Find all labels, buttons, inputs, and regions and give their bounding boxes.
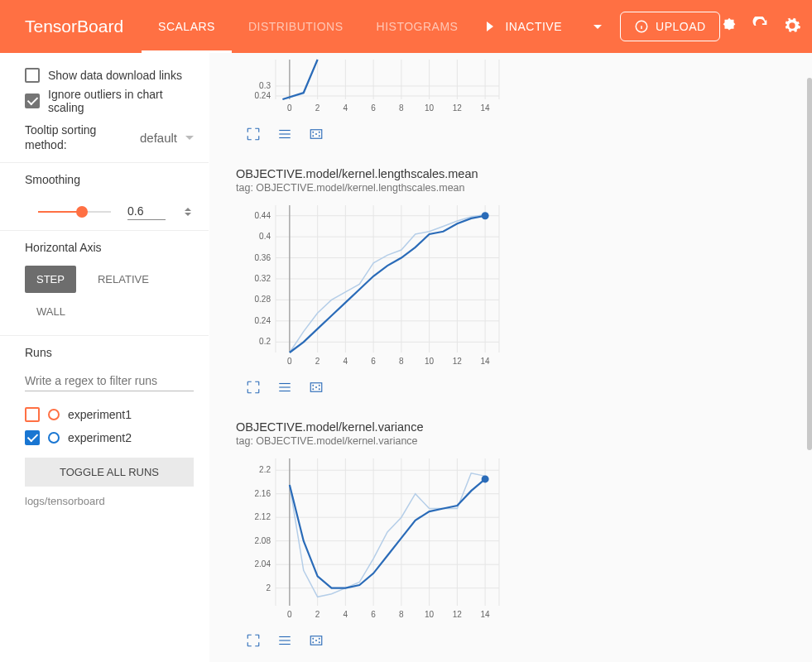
sidebar: Show data download links Ignore outliers…: [0, 53, 209, 662]
charts-container: 0.240.302468101214 OBJECTIVE.model/kerne…: [236, 53, 786, 650]
list-icon[interactable]: [276, 380, 294, 397]
ignore-outliers-checkbox[interactable]: [25, 94, 40, 108]
svg-text:10: 10: [425, 103, 435, 113]
svg-point-116: [313, 638, 314, 639]
smoothing-input[interactable]: 0.6: [127, 203, 166, 220]
fit-domain-icon[interactable]: [307, 380, 325, 397]
svg-text:0.3: 0.3: [259, 81, 271, 90]
run-name: experiment1: [68, 408, 132, 421]
svg-text:0: 0: [287, 610, 292, 619]
haxis-wall-button[interactable]: WALL: [25, 298, 77, 325]
app-logo: TensorBoard: [0, 17, 142, 36]
tab-histograms[interactable]: HISTOGRAMS: [360, 0, 475, 53]
run-checkbox[interactable]: [25, 407, 40, 422]
svg-text:0.44: 0.44: [255, 211, 271, 220]
svg-text:10: 10: [425, 357, 435, 366]
expand-icon[interactable]: [244, 127, 262, 144]
inactive-label: INACTIVE: [505, 20, 562, 33]
tab-distributions[interactable]: DISTRIBUTIONS: [232, 0, 360, 53]
brightness-icon[interactable]: [720, 17, 738, 37]
svg-text:0.2: 0.2: [259, 337, 271, 346]
svg-point-32: [313, 132, 314, 132]
svg-text:8: 8: [399, 357, 404, 366]
list-icon[interactable]: [276, 633, 294, 650]
main-content: 0.240.302468101214 OBJECTIVE.model/kerne…: [209, 53, 812, 662]
svg-point-35: [319, 136, 320, 137]
svg-point-78: [319, 389, 320, 390]
svg-text:12: 12: [453, 610, 463, 619]
svg-point-119: [319, 642, 320, 643]
svg-text:14: 14: [481, 357, 491, 366]
runs-filter-input[interactable]: [25, 371, 194, 391]
upload-button[interactable]: UPLOAD: [620, 12, 720, 41]
chart-tag: tag: OBJECTIVE.model/kernel.variance: [236, 435, 786, 447]
svg-point-36: [316, 134, 317, 135]
haxis-step-button[interactable]: STEP: [25, 266, 76, 293]
fit-domain-icon[interactable]: [307, 633, 325, 650]
svg-text:6: 6: [371, 357, 376, 366]
svg-point-76: [319, 385, 320, 386]
svg-point-118: [313, 642, 314, 643]
run-item-experiment1[interactable]: experiment1: [25, 403, 194, 426]
chart-toolbar: [244, 633, 786, 650]
gear-icon[interactable]: [783, 17, 801, 37]
run-item-experiment2[interactable]: experiment2: [25, 426, 194, 449]
svg-point-34: [313, 136, 314, 137]
expand-icon[interactable]: [244, 380, 262, 397]
toggle-all-runs-button[interactable]: TOGGLE ALL RUNS: [25, 458, 194, 487]
smoothing-slider[interactable]: [38, 211, 111, 213]
svg-text:2: 2: [266, 583, 271, 592]
svg-text:6: 6: [371, 103, 376, 113]
svg-text:0.4: 0.4: [259, 232, 271, 241]
chart-block: OBJECTIVE.model/kernel.lengthscales.mean…: [236, 167, 786, 397]
header-icons: [720, 17, 812, 37]
show-download-links-checkbox[interactable]: [25, 68, 40, 83]
svg-point-55: [482, 212, 489, 219]
logdir-label: logs/tensorboard: [25, 495, 194, 507]
chart-toolbar: [244, 127, 786, 144]
scalar-chart[interactable]: 0.240.302468101214: [236, 53, 509, 119]
svg-text:0: 0: [287, 357, 292, 366]
info-icon: [634, 19, 649, 34]
tab-scalars[interactable]: SCALARS: [142, 0, 232, 53]
svg-text:6: 6: [371, 610, 376, 619]
scalar-chart[interactable]: 22.042.082.122.162.202468101214: [236, 452, 509, 626]
svg-text:12: 12: [453, 103, 463, 113]
svg-text:2.12: 2.12: [255, 512, 271, 521]
scalar-chart[interactable]: 0.20.240.280.320.360.40.4402468101214: [236, 199, 509, 372]
run-color-swatch: [48, 432, 60, 444]
svg-text:14: 14: [481, 103, 491, 113]
expand-icon[interactable]: [244, 633, 262, 650]
svg-text:2: 2: [315, 610, 320, 619]
svg-text:0: 0: [287, 103, 292, 113]
chart-tag: tag: OBJECTIVE.model/kernel.lengthscales…: [236, 182, 786, 194]
svg-text:8: 8: [399, 610, 404, 619]
run-checkbox[interactable]: [25, 430, 40, 445]
app-header: TensorBoard SCALARS DISTRIBUTIONS HISTOG…: [0, 0, 812, 53]
tab-label: SCALARS: [158, 20, 215, 33]
header-tabs: SCALARS DISTRIBUTIONS HISTOGRAMS: [142, 0, 474, 53]
tooltip-sort-select[interactable]: default: [140, 131, 194, 145]
smoothing-stepper[interactable]: [182, 208, 194, 216]
svg-point-97: [482, 475, 489, 482]
run-name: experiment2: [68, 431, 132, 444]
svg-text:0.36: 0.36: [255, 253, 271, 262]
haxis-relative-button[interactable]: RELATIVE: [86, 266, 161, 293]
svg-text:0.24: 0.24: [255, 316, 271, 325]
scrollbar-thumb[interactable]: [807, 78, 812, 450]
chevron-right-icon: [487, 22, 493, 31]
run-color-swatch: [48, 409, 60, 420]
inactive-dropdown[interactable]: INACTIVE: [487, 20, 602, 33]
list-icon[interactable]: [276, 127, 294, 144]
svg-text:10: 10: [425, 610, 435, 619]
svg-text:2.2: 2.2: [259, 465, 271, 474]
chart-title: OBJECTIVE.model/kernel.lengthscales.mean: [236, 167, 786, 180]
fit-domain-icon[interactable]: [307, 127, 325, 144]
upload-label: UPLOAD: [656, 20, 706, 33]
svg-point-117: [319, 638, 320, 639]
runs-label: Runs: [25, 346, 194, 359]
horizontal-axis-label: Horizontal Axis: [25, 241, 194, 254]
refresh-icon[interactable]: [752, 17, 770, 37]
svg-text:0.24: 0.24: [255, 91, 271, 100]
svg-text:0.32: 0.32: [255, 274, 271, 283]
